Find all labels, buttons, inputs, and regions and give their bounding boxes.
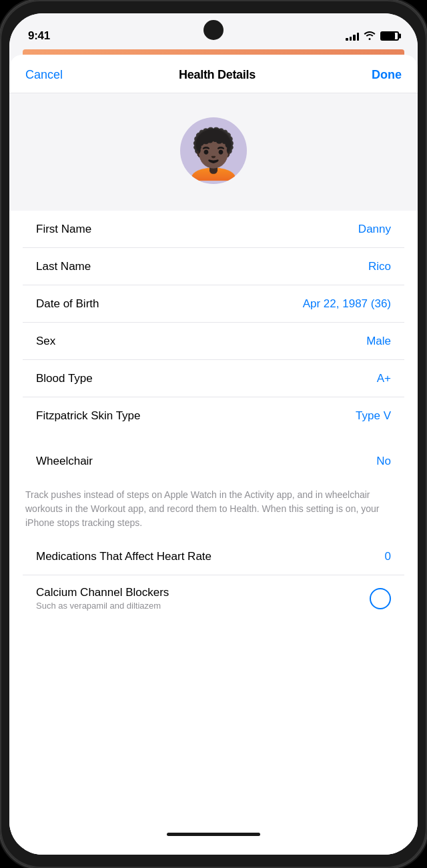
blood-type-row[interactable]: Blood Type A+ (23, 360, 404, 397)
status-icons (346, 31, 399, 42)
dob-row[interactable]: Date of Birth Apr 22, 1987 (36) (23, 285, 404, 323)
last-name-value: Rico (368, 260, 391, 273)
calcium-main-label: Calcium Channel Blockers (36, 586, 359, 599)
calcium-toggle[interactable] (370, 588, 391, 609)
dob-value: Apr 22, 1987 (36) (303, 297, 391, 311)
battery-icon (380, 31, 399, 41)
avatar[interactable]: 🧑🏿‍🦱 (180, 117, 247, 184)
avatar-section: 🧑🏿‍🦱 (9, 93, 418, 211)
cancel-button[interactable]: Cancel (25, 68, 63, 82)
accent-bar (23, 49, 404, 55)
notch (203, 20, 224, 40)
personal-info-section: First Name Danny Last Name Rico Date of … (23, 211, 404, 435)
wheelchair-description: Track pushes instead of steps on Apple W… (25, 488, 402, 530)
status-bar: 9:41 (9, 13, 418, 49)
skin-type-label: Fitzpatrick Skin Type (36, 409, 141, 423)
home-indicator (167, 833, 260, 836)
nav-bar: Cancel Health Details Done (9, 55, 418, 93)
skin-type-value: Type V (356, 409, 391, 423)
blood-type-value: A+ (377, 372, 391, 385)
first-name-row[interactable]: First Name Danny (23, 211, 404, 248)
signal-bar-1 (346, 38, 348, 41)
last-name-row[interactable]: Last Name Rico (23, 248, 404, 285)
modal-content: Cancel Health Details Done 🧑🏿‍🦱 First Na… (9, 55, 418, 855)
sex-row[interactable]: Sex Male (23, 323, 404, 360)
phone-frame: 9:41 (0, 0, 427, 868)
screen-wrapper: 9:41 (9, 13, 418, 855)
last-name-label: Last Name (36, 260, 91, 273)
medications-section: Medications That Affect Heart Rate 0 Cal… (23, 538, 404, 621)
sex-label: Sex (36, 335, 55, 348)
calcium-label-section: Calcium Channel Blockers Such as verapam… (36, 586, 370, 611)
signal-bar-4 (357, 33, 360, 41)
wheelchair-section: Wheelchair No (23, 443, 404, 480)
signal-bar-3 (353, 35, 356, 41)
page-title: Health Details (179, 68, 256, 82)
avatar-emoji: 🧑🏿‍🦱 (183, 130, 244, 178)
medications-heart-rate-label: Medications That Affect Heart Rate (36, 550, 385, 563)
skin-type-row[interactable]: Fitzpatrick Skin Type Type V (23, 397, 404, 435)
medications-heart-rate-row[interactable]: Medications That Affect Heart Rate 0 (23, 538, 404, 575)
medications-heart-rate-value: 0 (385, 550, 391, 563)
sex-value: Male (366, 335, 391, 348)
done-button[interactable]: Done (372, 68, 402, 82)
wheelchair-row[interactable]: Wheelchair No (23, 443, 404, 480)
first-name-label: First Name (36, 223, 91, 236)
battery-fill (382, 33, 395, 39)
wifi-icon (364, 31, 376, 42)
wheelchair-value: No (376, 455, 391, 468)
signal-icon (346, 31, 359, 41)
calcium-channel-row[interactable]: Calcium Channel Blockers Such as verapam… (23, 575, 404, 621)
calcium-sub-label: Such as verapamil and diltiazem (36, 601, 359, 611)
phone-screen: 9:41 (9, 13, 418, 855)
first-name-value: Danny (358, 223, 391, 236)
dob-label: Date of Birth (36, 297, 99, 311)
signal-bar-2 (350, 37, 352, 41)
blood-type-label: Blood Type (36, 372, 93, 385)
wheelchair-label: Wheelchair (36, 455, 93, 468)
status-time: 9:41 (28, 29, 50, 43)
